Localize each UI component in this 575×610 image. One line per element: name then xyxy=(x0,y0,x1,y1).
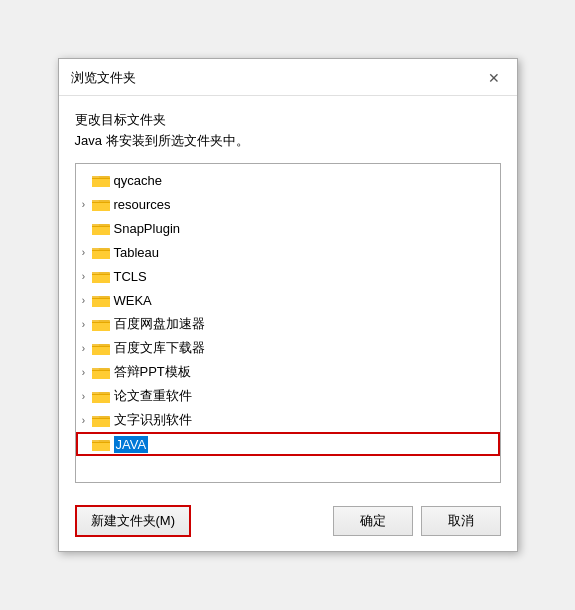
item-label: 百度网盘加速器 xyxy=(114,315,205,333)
tree-item[interactable]: › 百度网盘加速器 xyxy=(76,312,500,336)
svg-rect-53 xyxy=(92,370,110,371)
svg-rect-4 xyxy=(92,178,110,187)
expander-icon[interactable]: › xyxy=(76,388,92,404)
svg-rect-28 xyxy=(92,274,110,283)
folder-icon xyxy=(92,437,110,451)
expander-icon[interactable]: › xyxy=(76,364,92,380)
svg-rect-29 xyxy=(92,274,110,275)
new-folder-button[interactable]: 新建文件夹(M) xyxy=(75,505,192,537)
item-label: 文字识别软件 xyxy=(114,411,192,429)
svg-rect-58 xyxy=(92,394,110,403)
tree-item[interactable]: › resources xyxy=(76,192,500,216)
folder-icon xyxy=(92,317,110,331)
expander-icon[interactable]: › xyxy=(76,412,92,428)
item-label: qycache xyxy=(114,173,162,188)
close-button[interactable]: ✕ xyxy=(483,67,505,89)
svg-rect-17 xyxy=(92,226,110,227)
item-label: 百度文库下载器 xyxy=(114,339,205,357)
folder-tree-container: qycache› resources SnapPlugin› Tableau› xyxy=(75,163,501,483)
description-line2: Java 将安装到所选文件夹中。 xyxy=(75,131,501,152)
cancel-button[interactable]: 取消 xyxy=(421,506,501,536)
tree-item[interactable]: › Tableau xyxy=(76,240,500,264)
dialog-footer: 新建文件夹(M) 确定 取消 xyxy=(59,495,517,551)
tree-item[interactable]: qycache xyxy=(76,168,500,192)
folder-icon xyxy=(92,221,110,235)
svg-rect-64 xyxy=(92,418,110,427)
expander-icon[interactable]: › xyxy=(76,316,92,332)
item-label: Tableau xyxy=(114,245,160,260)
svg-rect-71 xyxy=(92,442,110,443)
folder-tree[interactable]: qycache› resources SnapPlugin› Tableau› xyxy=(76,164,500,482)
svg-rect-47 xyxy=(92,346,110,347)
item-label: 论文查重软件 xyxy=(114,387,192,405)
expander-icon[interactable]: › xyxy=(76,244,92,260)
svg-rect-52 xyxy=(92,370,110,379)
svg-rect-35 xyxy=(92,298,110,299)
svg-rect-23 xyxy=(92,250,110,251)
tree-item[interactable]: › TCLS xyxy=(76,264,500,288)
tree-item[interactable]: JAVA xyxy=(76,432,500,456)
tree-item[interactable]: SnapPlugin xyxy=(76,216,500,240)
svg-rect-22 xyxy=(92,250,110,259)
svg-rect-65 xyxy=(92,418,110,419)
ok-button[interactable]: 确定 xyxy=(333,506,413,536)
item-label: TCLS xyxy=(114,269,147,284)
tree-item[interactable]: › 百度文库下载器 xyxy=(76,336,500,360)
svg-rect-59 xyxy=(92,394,110,395)
description: 更改目标文件夹 Java 将安装到所选文件夹中。 xyxy=(75,110,501,152)
folder-icon xyxy=(92,293,110,307)
svg-rect-41 xyxy=(92,322,110,323)
title-bar: 浏览文件夹 ✕ xyxy=(59,59,517,96)
svg-rect-5 xyxy=(92,178,110,179)
svg-rect-46 xyxy=(92,346,110,355)
item-label: JAVA xyxy=(114,436,149,453)
folder-icon xyxy=(92,389,110,403)
svg-rect-10 xyxy=(92,202,110,211)
folder-icon xyxy=(92,197,110,211)
tree-item[interactable]: › 答辩PPT模板 xyxy=(76,360,500,384)
expander-icon[interactable]: › xyxy=(76,196,92,212)
item-label: 答辩PPT模板 xyxy=(114,363,191,381)
folder-icon xyxy=(92,413,110,427)
folder-icon xyxy=(92,365,110,379)
item-label: SnapPlugin xyxy=(114,221,181,236)
expander-icon[interactable]: › xyxy=(76,268,92,284)
browse-folder-dialog: 浏览文件夹 ✕ 更改目标文件夹 Java 将安装到所选文件夹中。 qycache… xyxy=(58,58,518,553)
svg-rect-11 xyxy=(92,202,110,203)
expander-icon[interactable]: › xyxy=(76,292,92,308)
item-label: WEKA xyxy=(114,293,152,308)
tree-item[interactable]: › WEKA xyxy=(76,288,500,312)
item-label: resources xyxy=(114,197,171,212)
expander-icon[interactable]: › xyxy=(76,340,92,356)
svg-rect-34 xyxy=(92,298,110,307)
dialog-title: 浏览文件夹 xyxy=(71,69,136,87)
dialog-body: 更改目标文件夹 Java 将安装到所选文件夹中。 qycache› resour… xyxy=(59,96,517,496)
tree-item[interactable]: › 论文查重软件 xyxy=(76,384,500,408)
svg-rect-16 xyxy=(92,226,110,235)
tree-item[interactable]: › 文字识别软件 xyxy=(76,408,500,432)
svg-rect-40 xyxy=(92,322,110,331)
svg-rect-70 xyxy=(92,442,110,451)
folder-icon xyxy=(92,245,110,259)
folder-icon xyxy=(92,269,110,283)
folder-icon xyxy=(92,173,110,187)
folder-icon xyxy=(92,341,110,355)
description-line1: 更改目标文件夹 xyxy=(75,110,501,131)
